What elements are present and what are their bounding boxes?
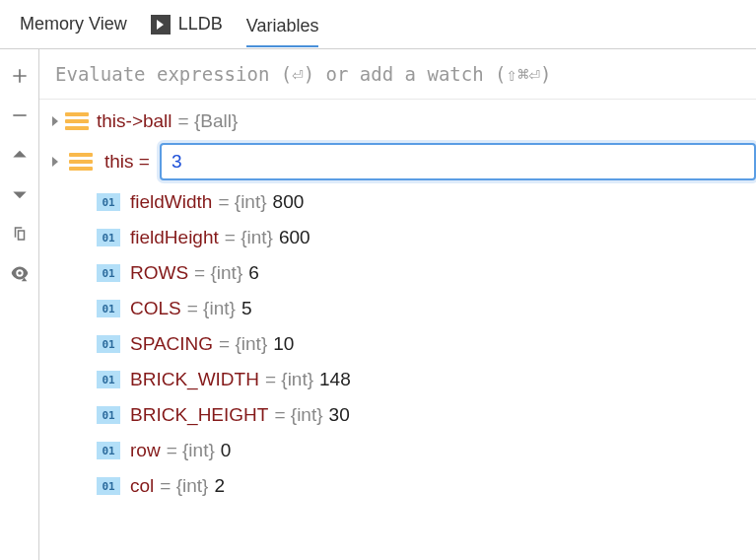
variable-value: 0 bbox=[221, 440, 232, 461]
chevron-right-icon[interactable] bbox=[45, 116, 65, 126]
copy-icon[interactable] bbox=[9, 223, 31, 245]
variable-row[interactable]: 01 BRICK_HEIGHT = {int} 30 bbox=[71, 397, 756, 433]
variable-value: 5 bbox=[241, 298, 252, 319]
variable-value: 2 bbox=[214, 475, 225, 497]
variable-row[interactable]: 01 ROWS = {int} 6 bbox=[71, 255, 756, 291]
variable-name: fieldWidth bbox=[130, 191, 212, 213]
variable-row[interactable]: 01 COLS = {int} 5 bbox=[71, 291, 756, 326]
variable-row[interactable]: 01 col = {int} 2 bbox=[71, 468, 756, 504]
int-icon: 01 bbox=[97, 300, 120, 317]
variable-type: = {int} bbox=[160, 475, 208, 497]
debugger-tabs: Memory View LLDB Variables bbox=[0, 0, 756, 49]
variable-type: = {int} bbox=[167, 440, 215, 461]
variable-row[interactable]: 01 SPACING = {int} 10 bbox=[71, 326, 756, 362]
main-area: Evaluate expression (⏎) or add a watch (… bbox=[0, 49, 756, 560]
int-icon: 01 bbox=[97, 229, 120, 246]
variable-type: = {int} bbox=[218, 191, 266, 213]
view-icon[interactable] bbox=[9, 262, 31, 284]
variable-value: 6 bbox=[248, 262, 259, 284]
variable-type: = {int} bbox=[225, 227, 273, 248]
variable-row[interactable]: 01 BRICK_WIDTH = {int} 148 bbox=[71, 362, 756, 397]
play-icon bbox=[151, 15, 171, 35]
variable-type: = {int} bbox=[219, 333, 267, 355]
variable-value: 148 bbox=[319, 369, 351, 390]
int-icon: 01 bbox=[97, 442, 120, 459]
chevron-right-icon[interactable] bbox=[45, 157, 65, 167]
add-icon[interactable] bbox=[9, 65, 31, 87]
int-icon: 01 bbox=[97, 477, 120, 495]
value-input[interactable] bbox=[160, 143, 756, 180]
variable-name: COLS bbox=[130, 298, 181, 319]
variable-name: this->ball bbox=[97, 110, 172, 132]
tab-label: Variables bbox=[246, 16, 319, 36]
evaluate-expression-hint[interactable]: Evaluate expression (⏎) or add a watch (… bbox=[39, 49, 756, 100]
object-icon bbox=[65, 112, 89, 130]
variable-name: BRICK_WIDTH bbox=[130, 369, 259, 390]
variable-value: 30 bbox=[329, 404, 350, 426]
int-icon: 01 bbox=[97, 406, 120, 424]
int-icon: 01 bbox=[97, 335, 120, 353]
tab-lldb[interactable]: LLDB bbox=[151, 10, 223, 38]
variable-row-editing[interactable]: this = bbox=[39, 139, 756, 184]
variable-name: col bbox=[130, 475, 154, 497]
variable-name: this = bbox=[104, 151, 150, 173]
variable-row[interactable]: this->ball = {Ball} bbox=[39, 104, 756, 139]
tab-label: LLDB bbox=[178, 14, 223, 35]
variable-row[interactable]: 01 row = {int} 0 bbox=[71, 433, 756, 468]
variable-name: ROWS bbox=[130, 262, 188, 284]
variable-type: = {int} bbox=[187, 298, 236, 319]
variable-value: 800 bbox=[273, 191, 305, 213]
int-icon: 01 bbox=[97, 264, 120, 282]
variable-name: SPACING bbox=[130, 333, 213, 355]
variables-panel: Evaluate expression (⏎) or add a watch (… bbox=[39, 49, 756, 560]
variable-type: = {int} bbox=[274, 404, 322, 426]
vertical-toolbar bbox=[0, 49, 39, 560]
variable-row[interactable]: 01 fieldWidth = {int} 800 bbox=[71, 184, 756, 220]
value-editor bbox=[160, 143, 756, 180]
variable-value: 10 bbox=[273, 333, 294, 355]
remove-icon[interactable] bbox=[9, 105, 31, 126]
arrow-down-icon[interactable] bbox=[9, 183, 31, 205]
variable-type: = {int} bbox=[265, 369, 313, 390]
object-icon bbox=[69, 153, 93, 171]
tab-memory-view[interactable]: Memory View bbox=[20, 10, 127, 38]
int-icon: 01 bbox=[97, 193, 120, 211]
int-icon: 01 bbox=[97, 371, 120, 388]
variable-name: BRICK_HEIGHT bbox=[130, 404, 268, 426]
variable-name: row bbox=[130, 440, 161, 461]
variable-type: = {Ball} bbox=[178, 110, 239, 132]
variables-list: this->ball = {Ball} this = 01 fieldWidth bbox=[39, 100, 756, 560]
variable-name: fieldHeight bbox=[130, 227, 219, 248]
variable-value: 600 bbox=[279, 227, 310, 248]
variable-row[interactable]: 01 fieldHeight = {int} 600 bbox=[71, 220, 756, 255]
arrow-up-icon[interactable] bbox=[9, 144, 31, 166]
tab-variables[interactable]: Variables bbox=[246, 12, 319, 47]
tab-label: Memory View bbox=[20, 14, 127, 35]
variable-type: = {int} bbox=[194, 262, 242, 284]
